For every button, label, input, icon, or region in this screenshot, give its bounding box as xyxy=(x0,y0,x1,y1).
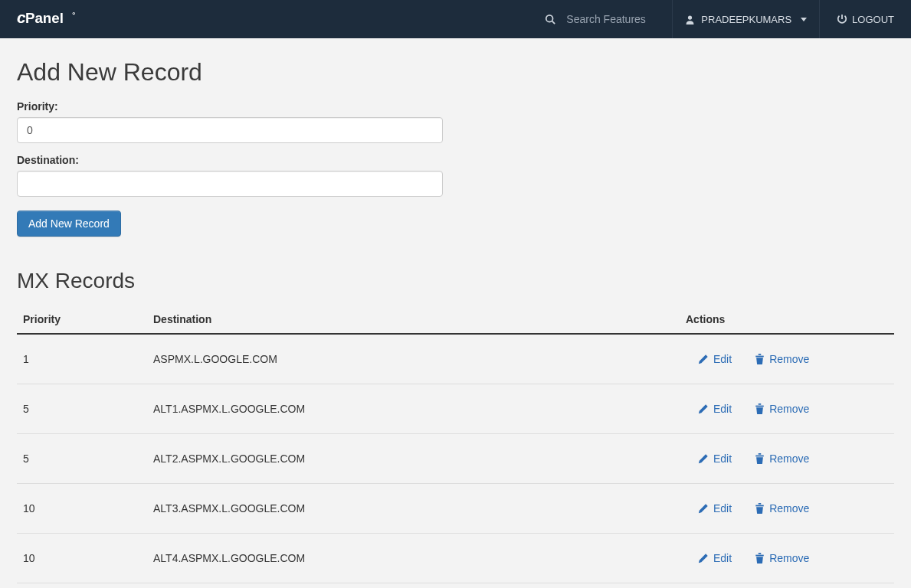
destination-label: Destination: xyxy=(17,154,894,166)
destination-input[interactable] xyxy=(17,171,443,197)
cell-destination: ASPMX.L.GOOGLE.COM xyxy=(147,334,680,384)
svg-rect-10 xyxy=(755,406,764,407)
svg-rect-15 xyxy=(759,503,762,505)
edit-icon xyxy=(698,503,709,514)
cell-priority: 10 xyxy=(17,484,147,534)
table-header-row: Priority Destination Actions xyxy=(17,305,894,334)
cell-destination: ALT1.ASPMX.L.GOOGLE.COM xyxy=(147,384,680,434)
cell-actions: Edit Remove xyxy=(680,434,894,484)
svg-rect-8 xyxy=(755,356,764,358)
svg-rect-12 xyxy=(755,456,764,457)
user-menu[interactable]: PRADEEPKUMARS xyxy=(673,0,819,38)
search-input[interactable] xyxy=(566,13,658,25)
logout-label: LOGOUT xyxy=(852,14,894,25)
edit-button[interactable]: Edit xyxy=(698,353,732,365)
svg-rect-17 xyxy=(759,553,762,554)
remove-label: Remove xyxy=(769,502,809,514)
svg-rect-11 xyxy=(759,403,762,405)
remove-label: Remove xyxy=(769,353,809,365)
edit-label: Edit xyxy=(713,552,732,564)
cell-actions: Edit Remove xyxy=(680,534,894,583)
cell-destination: ALT3.ASPMX.L.GOOGLE.COM xyxy=(147,484,680,534)
edit-icon xyxy=(698,403,709,414)
username-label: PRADEEPKUMARS xyxy=(701,14,791,25)
trash-icon xyxy=(755,503,765,514)
col-destination: Destination xyxy=(147,305,680,334)
svg-rect-9 xyxy=(759,354,762,355)
trash-icon xyxy=(755,354,765,364)
cell-actions: Edit Remove xyxy=(680,484,894,534)
cell-priority: 5 xyxy=(17,384,147,434)
remove-button[interactable]: Remove xyxy=(755,502,809,514)
remove-button[interactable]: Remove xyxy=(755,452,809,465)
priority-input[interactable] xyxy=(17,117,443,143)
svg-point-6 xyxy=(688,15,692,19)
edit-label: Edit xyxy=(713,452,732,465)
remove-label: Remove xyxy=(769,452,809,465)
edit-icon xyxy=(698,354,709,364)
priority-group: Priority: xyxy=(17,100,894,143)
svg-text:c: c xyxy=(17,9,26,26)
edit-label: Edit xyxy=(713,353,732,365)
svg-point-4 xyxy=(546,15,553,22)
remove-label: Remove xyxy=(769,403,809,415)
cpanel-logo[interactable]: c Panel xyxy=(17,9,101,29)
svg-text:Panel: Panel xyxy=(25,10,64,26)
priority-label: Priority: xyxy=(17,100,894,113)
svg-rect-16 xyxy=(755,555,764,557)
table-row: 10 ALT3.ASPMX.L.GOOGLE.COM Edit xyxy=(17,484,894,534)
edit-icon xyxy=(698,553,709,564)
records-title: MX Records xyxy=(17,269,894,293)
remove-button[interactable]: Remove xyxy=(755,552,809,564)
remove-label: Remove xyxy=(769,552,809,564)
edit-button[interactable]: Edit xyxy=(698,403,732,415)
trash-icon xyxy=(755,453,765,464)
table-row: 1 ASPMX.L.GOOGLE.COM Edit xyxy=(17,334,894,384)
cell-priority: 5 xyxy=(17,434,147,484)
col-priority: Priority xyxy=(17,305,147,334)
table-row: 10 ALT4.ASPMX.L.GOOGLE.COM Edit xyxy=(17,534,894,583)
destination-group: Destination: xyxy=(17,154,894,197)
col-actions: Actions xyxy=(680,305,894,334)
edit-button[interactable]: Edit xyxy=(698,502,732,514)
svg-rect-13 xyxy=(759,453,762,455)
edit-button[interactable]: Edit xyxy=(698,452,732,465)
logout-button[interactable]: LOGOUT xyxy=(820,0,911,38)
cell-actions: Edit Remove xyxy=(680,384,894,434)
chevron-down-icon xyxy=(801,18,807,21)
edit-label: Edit xyxy=(713,403,732,415)
svg-line-5 xyxy=(552,21,555,24)
edit-icon xyxy=(698,453,709,464)
top-navbar: c Panel PRADEEPKUMARS xyxy=(0,0,911,38)
cell-priority: 10 xyxy=(17,534,147,583)
remove-button[interactable]: Remove xyxy=(755,403,809,415)
mx-records-table: Priority Destination Actions 1 ASPMX.L.G… xyxy=(17,305,894,583)
cell-actions: Edit Remove xyxy=(680,334,894,384)
search-wrap xyxy=(531,13,672,25)
table-row: 5 ALT2.ASPMX.L.GOOGLE.COM Edit xyxy=(17,434,894,484)
logout-icon xyxy=(837,14,847,24)
remove-button[interactable]: Remove xyxy=(755,353,809,365)
add-record-button[interactable]: Add New Record xyxy=(17,211,121,237)
page-title: Add New Record xyxy=(17,58,894,87)
svg-rect-14 xyxy=(755,505,764,507)
edit-button[interactable]: Edit xyxy=(698,552,732,564)
page-body: Add New Record Priority: Destination: Ad… xyxy=(0,38,911,588)
edit-label: Edit xyxy=(713,502,732,514)
svg-point-3 xyxy=(73,13,74,15)
trash-icon xyxy=(755,403,765,414)
trash-icon xyxy=(755,553,765,564)
table-row: 5 ALT1.ASPMX.L.GOOGLE.COM Edit xyxy=(17,384,894,434)
user-icon xyxy=(685,15,695,24)
search-icon[interactable] xyxy=(545,14,555,24)
cell-destination: ALT4.ASPMX.L.GOOGLE.COM xyxy=(147,534,680,583)
cell-destination: ALT2.ASPMX.L.GOOGLE.COM xyxy=(147,434,680,484)
cell-priority: 1 xyxy=(17,334,147,384)
